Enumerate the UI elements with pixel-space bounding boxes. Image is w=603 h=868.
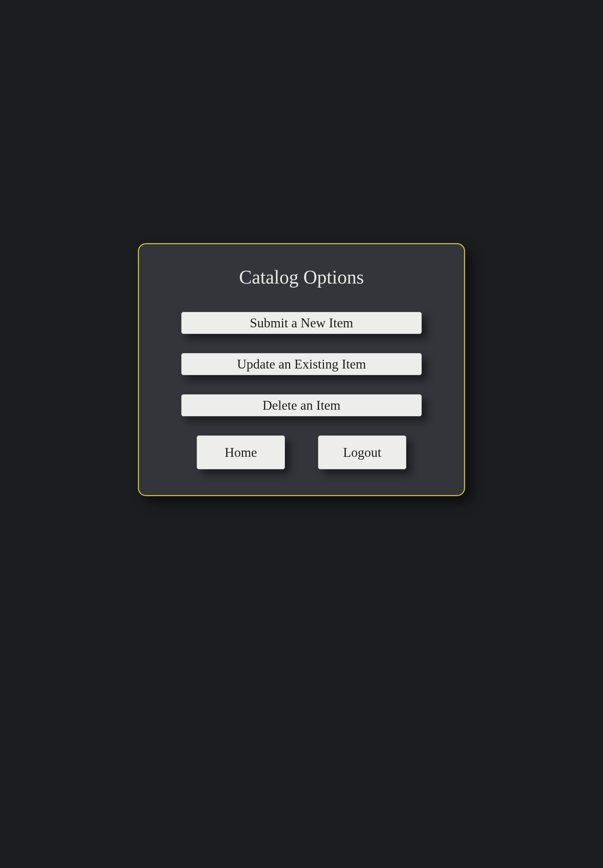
- dialog-title: Catalog Options: [181, 266, 422, 288]
- option-button-stack: Submit a New Item Update an Existing Ite…: [181, 312, 422, 469]
- submit-new-item-button[interactable]: Submit a New Item: [181, 312, 422, 334]
- nav-button-row: Home Logout: [181, 435, 422, 469]
- home-button[interactable]: Home: [197, 435, 285, 469]
- catalog-options-dialog: Catalog Options Submit a New Item Update…: [138, 243, 465, 496]
- logout-button[interactable]: Logout: [318, 435, 406, 469]
- update-existing-item-button[interactable]: Update an Existing Item: [181, 353, 422, 375]
- delete-item-button[interactable]: Delete an Item: [181, 394, 422, 416]
